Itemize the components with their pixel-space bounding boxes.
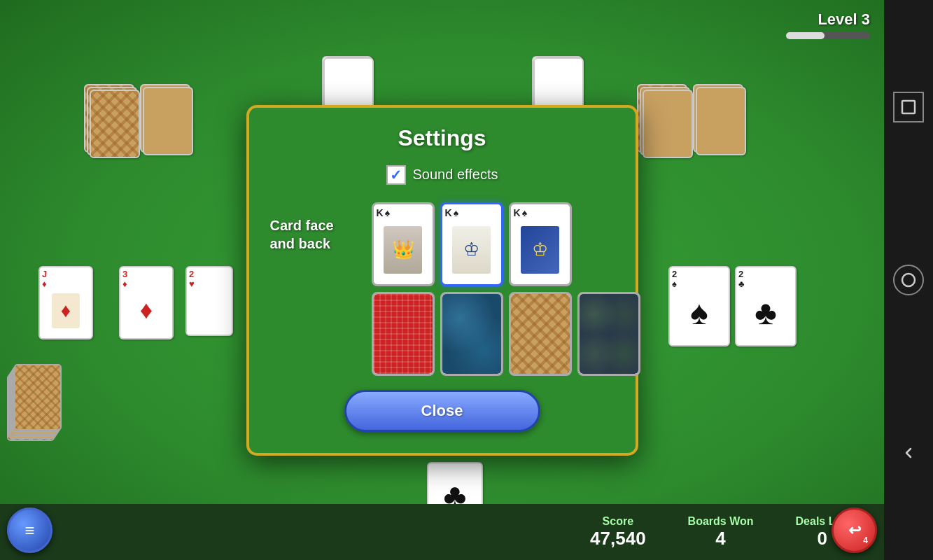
- square-icon: [900, 99, 917, 115]
- sound-effects-row: ✓ Sound effects: [270, 165, 615, 185]
- svg-rect-0: [902, 101, 915, 113]
- right-sidebar: [884, 0, 933, 560]
- back-card-option-1[interactable]: [372, 292, 435, 376]
- checkmark-icon: ✓: [390, 167, 402, 183]
- settings-title: Settings: [270, 125, 615, 151]
- settings-modal: Settings ✓ Sound effects Card faceand ba…: [246, 105, 638, 456]
- svg-point-1: [902, 274, 915, 286]
- face-card-option-1[interactable]: K ♠ 👑: [372, 202, 435, 286]
- face-cards-row: K ♠ 👑 K ♠: [372, 202, 640, 286]
- modal-overlay: Settings ✓ Sound effects Card faceand ba…: [0, 0, 884, 560]
- back-card-option-3[interactable]: [509, 292, 572, 376]
- close-button[interactable]: Close: [344, 390, 540, 432]
- card-options-grid: K ♠ 👑 K ♠: [372, 202, 640, 376]
- card-face-section: Card faceand back K ♠ 👑: [270, 202, 615, 376]
- back-button[interactable]: [893, 438, 924, 468]
- face-card-option-3[interactable]: K ♠ ♔: [509, 202, 572, 286]
- face-card-option-2[interactable]: K ♠ ♔: [440, 202, 503, 286]
- back-card-option-4[interactable]: [577, 292, 640, 376]
- card-face-label: Card faceand back: [270, 202, 361, 253]
- back-cards-row: [372, 292, 640, 376]
- sound-effects-label: Sound effects: [413, 167, 498, 183]
- sound-effects-checkbox[interactable]: ✓: [386, 165, 406, 185]
- back-card-option-2[interactable]: [440, 292, 503, 376]
- square-button[interactable]: [893, 92, 924, 122]
- circle-icon: [900, 272, 917, 288]
- circle-button[interactable]: [893, 265, 924, 295]
- back-arrow-icon: [900, 444, 917, 461]
